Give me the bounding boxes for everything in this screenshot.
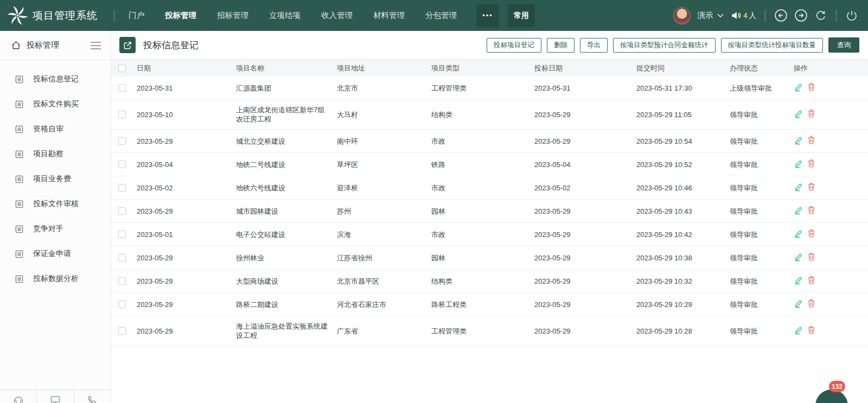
external-link-icon[interactable] <box>119 37 136 53</box>
cell-submit-time: 2023-05-29 10:52 <box>636 153 730 176</box>
document-icon <box>15 150 24 159</box>
row-checkbox[interactable] <box>118 254 126 261</box>
row-checkbox[interactable] <box>118 231 126 238</box>
sidebar-item[interactable]: 项目勘察 <box>0 142 111 167</box>
edit-button[interactable] <box>794 205 803 217</box>
row-checkbox[interactable] <box>118 184 126 191</box>
cell-project-type: 市政 <box>431 176 534 200</box>
delete-button[interactable] <box>807 228 816 240</box>
top-nav-item[interactable]: 招标管理 <box>217 10 248 21</box>
edit-button[interactable] <box>794 182 803 194</box>
delete-button[interactable] <box>807 275 816 287</box>
edit-button[interactable] <box>794 275 803 287</box>
select-all-checkbox[interactable] <box>118 65 126 72</box>
refresh-button[interactable] <box>814 9 827 22</box>
delete-button[interactable] <box>807 325 816 337</box>
monitor-icon[interactable] <box>37 390 74 403</box>
edit-button[interactable] <box>794 158 803 170</box>
top-nav-item[interactable]: 收入管理 <box>321 10 353 21</box>
sidebar-item[interactable]: 资格自审 <box>0 117 111 142</box>
top-nav-item-label: 门户 <box>129 11 144 20</box>
sidebar-item[interactable]: 投标文件购买 <box>0 92 111 117</box>
top-nav-item-label: 投标管理 <box>165 11 196 20</box>
edit-button[interactable] <box>794 298 803 310</box>
cell-date: 2023-05-04 <box>137 153 236 176</box>
cell-status: 领导审批 <box>730 200 794 223</box>
back-button[interactable] <box>774 9 788 22</box>
chevron-down-icon[interactable] <box>717 14 724 18</box>
sidebar-item[interactable]: 投标信息登记 <box>0 67 111 92</box>
cell-project-address: 北京市 <box>337 76 431 100</box>
row-checkbox[interactable] <box>118 111 126 118</box>
cell-project-type: 路桥工程类 <box>431 293 534 316</box>
delete-button[interactable] <box>807 108 816 120</box>
sidebar-item[interactable]: 保证金申请 <box>0 241 111 266</box>
bid-info-table: 日期 项目名称 项目地址 项目类型 投标日期 提交时间 办理状态 操作 2023… <box>111 60 868 346</box>
column-header: 项目名称 <box>236 60 337 76</box>
sidebar-item[interactable]: 投标数据分析 <box>0 266 111 291</box>
notification-badge[interactable]: 132 <box>829 381 845 392</box>
edit-pencil-icon <box>794 158 803 168</box>
edit-button[interactable] <box>794 82 803 94</box>
toolbar-button[interactable]: 投标项目登记 <box>487 38 541 53</box>
nav-common-tab[interactable]: 常用 <box>508 4 535 27</box>
forward-button[interactable] <box>794 9 808 22</box>
top-nav-item[interactable]: 投标管理 <box>165 10 196 21</box>
app-title: 项目管理系统 <box>33 9 98 23</box>
table-row: 2023-05-02 地铁六号线建设 迎泽桥 市政 2023-05-02 202… <box>111 176 868 200</box>
toolbar-button[interactable]: 删除 <box>547 38 575 53</box>
cell-bid-date: 2023-05-04 <box>534 153 636 176</box>
user-name[interactable]: 演示 <box>697 10 713 21</box>
cell-project-type: 市政 <box>431 130 534 153</box>
delete-button[interactable] <box>807 252 816 264</box>
top-nav-item[interactable]: 门户 <box>129 10 144 21</box>
user-avatar[interactable] <box>673 7 691 24</box>
cell-project-address: 河北省石家庄市 <box>337 293 431 316</box>
sidebar-item[interactable]: 竞争对手 <box>0 216 111 241</box>
query-button[interactable]: 查询 <box>828 37 859 53</box>
delete-button[interactable] <box>807 182 816 194</box>
row-checkbox[interactable] <box>118 207 126 215</box>
row-checkbox[interactable] <box>118 277 126 285</box>
toolbar-button[interactable]: 按项目类型统计投标项目数量 <box>721 38 824 53</box>
sidebar-item[interactable]: 投标文件审核 <box>0 191 111 216</box>
cell-project-type: 市政 <box>431 223 534 246</box>
collapse-menu-icon[interactable] <box>91 42 101 49</box>
cell-submit-time: 2023-05-29 10:43 <box>636 200 730 223</box>
row-checkbox[interactable] <box>118 137 126 145</box>
cell-project-address: 苏州 <box>337 200 431 223</box>
top-nav-item[interactable]: 立项结项 <box>269 10 301 21</box>
headset-icon[interactable] <box>0 390 37 403</box>
edit-button[interactable] <box>794 325 803 337</box>
delete-button[interactable] <box>807 205 816 217</box>
top-nav-item-label: 材料管理 <box>373 11 405 20</box>
sidebar-item-label: 投标信息登记 <box>33 74 79 84</box>
power-button[interactable] <box>845 9 858 22</box>
delete-button[interactable] <box>807 135 816 147</box>
toolbar-button[interactable]: 按项目类型预计合同金额统计 <box>613 38 716 53</box>
top-nav-item[interactable]: 分包管理 <box>425 10 457 21</box>
sidebar-footer <box>0 389 111 403</box>
row-checkbox[interactable] <box>118 161 126 168</box>
cell-bid-date: 2023-05-29 <box>534 100 636 130</box>
sidebar-item[interactable]: 项目业务费 <box>0 167 111 191</box>
row-checkbox[interactable] <box>118 300 126 308</box>
edit-button[interactable] <box>794 228 803 240</box>
column-header: 办理状态 <box>730 60 794 76</box>
phone-icon[interactable] <box>74 390 111 403</box>
row-checkbox[interactable] <box>118 327 126 335</box>
row-checkbox[interactable] <box>118 84 126 92</box>
trash-icon <box>807 108 816 118</box>
edit-button[interactable] <box>794 252 803 264</box>
top-nav-item[interactable]: 材料管理 <box>373 10 405 21</box>
online-users[interactable]: 4 人 <box>730 10 756 21</box>
delete-button[interactable] <box>807 298 816 310</box>
delete-button[interactable] <box>807 158 816 170</box>
nav-more-button[interactable]: ••• <box>476 4 499 27</box>
toolbar-button[interactable]: 导出 <box>580 38 608 53</box>
edit-button[interactable] <box>794 135 803 147</box>
cell-project-address: 大马村 <box>337 100 431 130</box>
cell-project-type: 工程管理类 <box>431 316 534 346</box>
edit-button[interactable] <box>794 108 803 120</box>
delete-button[interactable] <box>807 82 816 94</box>
